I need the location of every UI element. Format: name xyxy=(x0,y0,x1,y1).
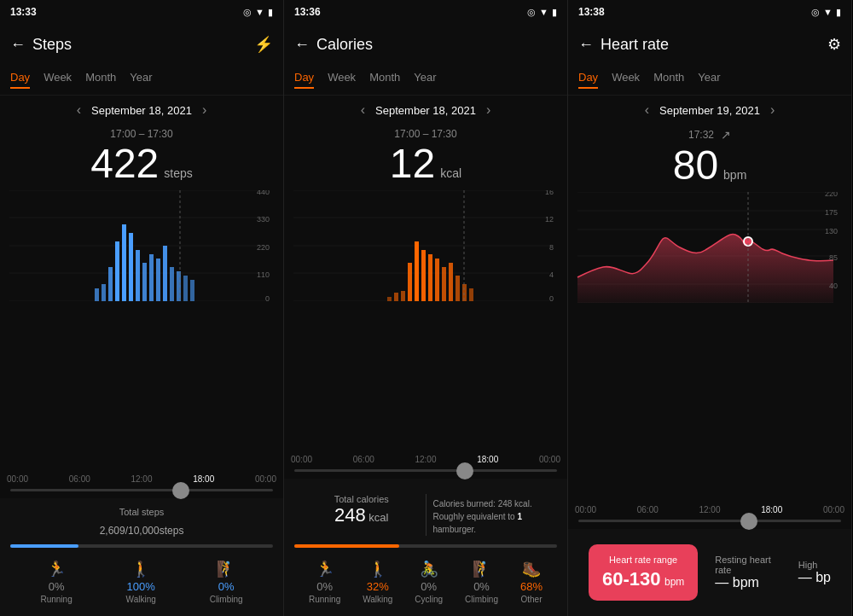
hr-prev-arrow[interactable]: ‹ xyxy=(645,102,649,118)
hr-high-value: — bp xyxy=(798,570,831,585)
steps-tab-month[interactable]: Month xyxy=(85,71,116,89)
steps-progress-bar xyxy=(10,544,273,548)
steps-unit: steps xyxy=(164,166,192,180)
steps-icon1: ◎ xyxy=(243,7,252,18)
hr-header-left: ← Heart rate xyxy=(578,36,669,54)
steps-date: September 18, 2021 xyxy=(91,104,192,117)
cal-cycling: 🚴 0% Cycling xyxy=(415,560,443,604)
cal-tab-week[interactable]: Week xyxy=(328,71,356,89)
hr-back-arrow[interactable]: ← xyxy=(578,36,594,54)
cal-value-section: 17:00 – 17:30 12 kcal xyxy=(284,125,567,190)
heartrate-panel: 13:38 ◎ ▼ ▮ ← Heart rate ⚙ Day Week Mont… xyxy=(568,0,852,616)
cal-slider-thumb[interactable] xyxy=(456,462,473,479)
cal-x2: 12:00 xyxy=(415,455,436,464)
steps-back-arrow[interactable]: ← xyxy=(10,36,26,54)
hr-high-section: High — bp xyxy=(792,560,831,585)
cal-date-nav: ‹ September 18, 2021 › xyxy=(284,96,567,125)
svg-rect-36 xyxy=(421,250,426,301)
cal-slider-track[interactable] xyxy=(294,469,557,472)
cal-time-range: 17:00 – 17:30 xyxy=(284,128,567,140)
steps-stats: Total steps 2,609/10,000steps 🏃 0% Runni… xyxy=(0,498,283,616)
steps-status-time: 13:33 xyxy=(10,6,37,18)
hr-chart: 220 175 130 85 40 xyxy=(568,192,851,503)
cal-stats-label: Total calories xyxy=(305,494,419,504)
cal-header-left: ← Calories xyxy=(294,36,373,54)
steps-running-name: Running xyxy=(40,595,72,604)
cal-prev-arrow[interactable]: ‹ xyxy=(361,102,365,118)
cal-status-icons: ◎ ▼ ▮ xyxy=(527,7,557,18)
cal-tab-month[interactable]: Month xyxy=(369,71,400,89)
cal-next-arrow[interactable]: › xyxy=(486,102,490,118)
svg-rect-41 xyxy=(456,276,460,301)
hr-range-label: Heart rate range xyxy=(602,555,684,565)
svg-rect-18 xyxy=(183,276,188,301)
cal-other-name: Other xyxy=(520,595,542,604)
svg-rect-43 xyxy=(469,288,473,301)
cal-activity-row: 🏃 0% Running 🚶 32% Walking 🚴 0% Cycling … xyxy=(294,553,557,607)
hr-tab-year[interactable]: Year xyxy=(698,71,720,89)
hr-slider xyxy=(568,516,851,529)
steps-tab-year[interactable]: Year xyxy=(130,71,152,89)
svg-rect-31 xyxy=(387,297,392,301)
hr-next-arrow[interactable]: › xyxy=(770,102,775,118)
cal-tab-year[interactable]: Year xyxy=(414,71,436,89)
hr-x0: 00:00 xyxy=(575,505,596,514)
cal-note-section: Calories burned: 248 kcal.Roughly equiva… xyxy=(433,494,548,536)
cal-slider xyxy=(284,466,567,479)
cal-x1: 06:00 xyxy=(353,455,374,464)
steps-tab-day[interactable]: Day xyxy=(10,71,30,89)
svg-rect-40 xyxy=(449,263,453,301)
hr-tab-month[interactable]: Month xyxy=(653,71,684,89)
hr-range-box: Heart rate range 60-130 bpm xyxy=(589,544,698,601)
steps-activity-running: 🏃 0% Running xyxy=(40,560,72,604)
steps-x0: 00:00 xyxy=(7,474,28,484)
hr-x-axis: 00:00 06:00 12:00 18:00 00:00 xyxy=(568,503,851,516)
cal-x3: 18:00 xyxy=(477,455,498,464)
cal-note: Calories burned: 248 kcal.Roughly equiva… xyxy=(433,494,548,536)
svg-rect-42 xyxy=(462,284,467,301)
hr-slider-track[interactable] xyxy=(578,520,841,522)
hr-tabs: Day Week Month Year xyxy=(568,65,851,96)
svg-rect-10 xyxy=(129,233,133,301)
svg-text:40: 40 xyxy=(829,282,838,290)
steps-activity-icon[interactable]: ⚡ xyxy=(254,35,273,54)
hr-settings-icon[interactable]: ⚙ xyxy=(827,35,841,54)
svg-text:440: 440 xyxy=(257,190,270,196)
cal-running: 🏃 0% Running xyxy=(309,560,340,604)
hr-unit: bpm xyxy=(723,168,746,182)
steps-slider xyxy=(0,485,283,498)
cal-progress-bar xyxy=(294,544,557,548)
steps-activity-walking: 🚶 100% Walking xyxy=(126,560,156,604)
steps-slider-track[interactable] xyxy=(10,489,273,491)
steps-x1: 06:00 xyxy=(69,474,90,484)
steps-time-range: 17:00 – 17:30 xyxy=(0,128,283,140)
cal-running-name: Running xyxy=(309,595,340,604)
hr-tab-day[interactable]: Day xyxy=(578,71,598,89)
steps-prev-arrow[interactable]: ‹ xyxy=(77,102,81,118)
hr-slider-thumb[interactable] xyxy=(740,513,757,530)
cal-tab-day[interactable]: Day xyxy=(294,71,314,89)
steps-date-nav: ‹ September 18, 2021 › xyxy=(0,96,283,125)
hr-range-unit: bpm xyxy=(664,576,684,588)
hr-status-bar: 13:38 ◎ ▼ ▮ xyxy=(568,0,851,24)
hr-status-icons: ◎ ▼ ▮ xyxy=(811,7,841,18)
hr-wifi-icon: ▼ xyxy=(823,7,833,17)
steps-x3: 18:00 xyxy=(193,474,214,484)
svg-rect-35 xyxy=(415,241,419,301)
svg-text:220: 220 xyxy=(825,192,838,198)
hr-stats: Heart rate range 60-130 bpm Resting hear… xyxy=(568,529,851,616)
cal-progress-fill xyxy=(294,544,399,548)
cal-back-arrow[interactable]: ← xyxy=(294,36,310,54)
cal-icon1: ◎ xyxy=(527,7,536,18)
cal-climbing-icon: 🧗 xyxy=(473,560,491,578)
steps-walking-pct: 100% xyxy=(127,580,155,593)
steps-chart-svg: 440 330 220 110 0 xyxy=(7,190,276,301)
steps-slider-thumb[interactable] xyxy=(172,482,189,499)
steps-next-arrow[interactable]: › xyxy=(202,102,206,118)
svg-rect-9 xyxy=(122,224,126,301)
steps-tab-week[interactable]: Week xyxy=(44,71,72,89)
hr-tab-week[interactable]: Week xyxy=(612,71,640,89)
hr-range-value-row: 60-130 bpm xyxy=(602,568,684,590)
steps-running-pct: 0% xyxy=(49,580,65,593)
cal-cycling-icon: 🚴 xyxy=(420,560,438,578)
